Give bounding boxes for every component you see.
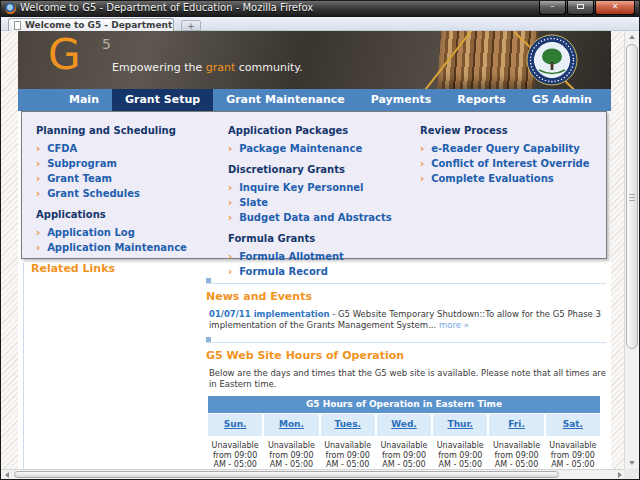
day-link-label[interactable]: Sun. [224, 419, 247, 429]
menu-item-main[interactable]: Main [56, 89, 112, 111]
day-link-label[interactable]: Wed. [391, 419, 417, 429]
close-button[interactable]: ✕ [595, 1, 635, 15]
hours-body-row: Unavailable from 09:00 AM - 05:00 PMUnav… [208, 437, 600, 469]
hours-cell-sun: Unavailable from 09:00 AM - 05:00 PM [208, 437, 262, 469]
chevron-right-icon: › [36, 242, 40, 254]
dropdown-link-formula-record[interactable]: ›Formula Record [228, 266, 420, 278]
window-title: Welcome to G5 - Department of Education … [20, 2, 313, 13]
dropdown-link-slate[interactable]: ›Slate [228, 197, 420, 209]
menu-item-grant-maintenance[interactable]: Grant Maintenance [213, 89, 358, 111]
dropdown-link-conflict-of-interest-override[interactable]: ›Conflict of Interest Override [420, 158, 606, 170]
scrollbar-corner [624, 469, 639, 479]
browser-tab[interactable]: Welcome to G5 - Department of Edu... [8, 18, 174, 31]
scroll-up-icon[interactable] [625, 31, 639, 43]
news-more-link[interactable]: more » [439, 320, 469, 330]
title-bar[interactable]: Welcome to G5 - Department of Education … [1, 1, 639, 17]
dropdown-link-application-maintenance[interactable]: ›Application Maintenance [36, 242, 228, 254]
vertical-scrollbar-thumb[interactable] [626, 44, 638, 349]
day-link-label[interactable]: Fri. [508, 419, 525, 429]
scroll-down-icon[interactable] [625, 457, 639, 469]
dropdown-link-e-reader-query-capability[interactable]: ›e-Reader Query Capability [420, 143, 606, 155]
dropdown-link-label: Slate [239, 197, 268, 209]
maximize-button[interactable] [567, 1, 594, 15]
new-tab-button[interactable]: + [181, 20, 201, 31]
day-header-sat[interactable]: Sat. [546, 414, 600, 436]
window-controls: – ✕ [539, 1, 635, 15]
dropdown-heading-application-packages: Application Packages [228, 125, 420, 136]
dropdown-link-inquire-key-personnel[interactable]: ›Inquire Key Personnel [228, 182, 420, 194]
hours-cell-sat: Unavailable from 09:00 AM - 05:00 PM [546, 437, 600, 469]
hours-table-title: G5 Hours of Operation in Eastern Time [208, 396, 600, 413]
dropdown-link-cfda[interactable]: ›CFDA [36, 143, 228, 155]
day-header-fri[interactable]: Fri. [489, 414, 543, 436]
chevron-right-icon: › [420, 173, 424, 185]
dropdown-link-label: Application Log [47, 227, 135, 239]
hours-heading: G5 Web Site Hours of Operation [206, 349, 606, 362]
tab-title: Welcome to G5 - Department of Edu... [25, 20, 174, 30]
site-banner: G 5 Empowering the grant community. [18, 31, 611, 89]
content-left-border [23, 263, 24, 469]
g5-logo[interactable]: G [48, 31, 81, 79]
chevron-right-icon: › [36, 227, 40, 239]
dropdown-link-application-log[interactable]: ›Application Log [36, 227, 228, 239]
dropdown-link-grant-schedules[interactable]: ›Grant Schedules [36, 188, 228, 200]
minimize-button[interactable]: – [539, 1, 566, 15]
dropdown-link-subprogram[interactable]: ›Subprogram [36, 158, 228, 170]
hours-days-row: Sun.Mon.Tues.Wed.Thur.Fri.Sat. [208, 414, 600, 436]
dropdown-link-label: Inquire Key Personnel [239, 182, 363, 194]
horizontal-scrollbar-thumb[interactable] [14, 471, 559, 478]
chevron-right-icon: › [228, 143, 232, 155]
day-header-sun[interactable]: Sun. [208, 414, 262, 436]
dropdown-link-label: Complete Evaluations [431, 173, 554, 185]
section-divider [206, 283, 606, 284]
dropdown-link-budget-data-and-abstracts[interactable]: ›Budget Data and Abstracts [228, 212, 420, 224]
section-divider [206, 342, 606, 343]
horizontal-scrollbar[interactable] [1, 469, 626, 479]
news-item: 01/07/11 implementation - G5 Website Tem… [206, 309, 606, 331]
dropdown-link-label: Application Maintenance [47, 242, 187, 254]
menu-item-grant-setup[interactable]: Grant Setup [112, 89, 213, 111]
grant-setup-dropdown: Planning and Scheduling›CFDA›Subprogram›… [21, 111, 607, 259]
hours-table: G5 Hours of Operation in Eastern Time Su… [206, 395, 602, 469]
dropdown-link-label: Budget Data and Abstracts [239, 212, 392, 224]
hours-cell-tues: Unavailable from 09:00 AM - 05:00 PM [321, 437, 375, 469]
day-link-label[interactable]: Thur. [448, 419, 474, 429]
scroll-left-icon[interactable] [1, 470, 13, 479]
day-link-label[interactable]: Sat. [563, 419, 583, 429]
chevron-right-icon: › [228, 197, 232, 209]
dropdown-link-label: Conflict of Interest Override [431, 158, 589, 170]
vertical-scrollbar[interactable] [624, 31, 639, 469]
dropdown-link-package-maintenance[interactable]: ›Package Maintenance [228, 143, 420, 155]
dropdown-link-label: Formula Record [239, 266, 328, 278]
hours-cell-thur: Unavailable from 09:00 AM - 05:00 PM [433, 437, 487, 469]
menu-item-g5-admin[interactable]: G5 Admin [519, 89, 605, 111]
dropdown-heading-applications: Applications [36, 209, 228, 220]
tagline: Empowering the grant community. [112, 61, 303, 74]
dropdown-link-complete-evaluations[interactable]: ›Complete Evaluations [420, 173, 606, 185]
hours-cell-mon: Unavailable from 09:00 AM - 05:00 PM [264, 437, 318, 469]
dropdown-link-formula-allotment[interactable]: ›Formula Allotment [228, 251, 420, 263]
day-header-tues[interactable]: Tues. [321, 414, 375, 436]
menu-item-reports[interactable]: Reports [444, 89, 519, 111]
department-of-education-seal [526, 34, 578, 86]
chevron-right-icon: › [36, 173, 40, 185]
news-item-link[interactable]: 01/07/11 implementation [209, 309, 330, 319]
dropdown-heading-planning-and-scheduling: Planning and Scheduling [36, 125, 228, 136]
news-heading: News and Events [206, 290, 606, 303]
firefox-icon [5, 3, 16, 14]
dropdown-link-label: e-Reader Query Capability [431, 143, 580, 155]
chevron-right-icon: › [228, 251, 232, 263]
hours-intro: Below are the days and times that the G5… [206, 368, 606, 390]
page-viewport: G 5 Empowering the grant community. Main… [1, 31, 639, 469]
dropdown-link-grant-team[interactable]: ›Grant Team [36, 173, 228, 185]
day-link-label[interactable]: Mon. [279, 419, 304, 429]
dropdown-column-1: Planning and Scheduling›CFDA›Subprogram›… [36, 116, 228, 258]
dropdown-column-2: Application Packages›Package Maintenance… [228, 116, 420, 258]
day-header-mon[interactable]: Mon. [264, 414, 318, 436]
day-link-label[interactable]: Tues. [334, 419, 360, 429]
dropdown-link-label: CFDA [47, 143, 77, 155]
section-marker-icon [206, 337, 211, 342]
menu-item-payments[interactable]: Payments [358, 89, 445, 111]
day-header-wed[interactable]: Wed. [377, 414, 431, 436]
day-header-thur[interactable]: Thur. [433, 414, 487, 436]
